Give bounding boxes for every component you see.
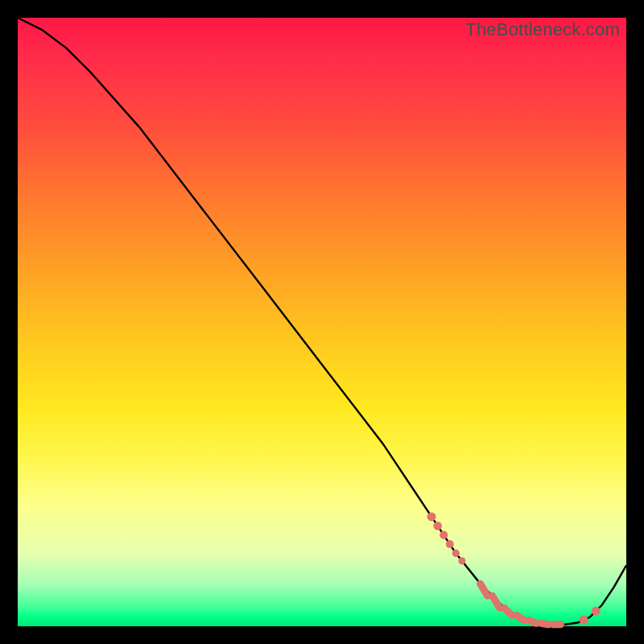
- marker-dash: [541, 623, 548, 625]
- curve-line: [18, 18, 626, 625]
- marker-dot: [458, 557, 465, 564]
- marker-dot: [440, 531, 448, 539]
- highlight-markers: [427, 512, 601, 624]
- chart-svg: [18, 18, 626, 626]
- marker-dot: [433, 522, 442, 530]
- marker-dash: [493, 596, 500, 608]
- marker-dot: [592, 607, 601, 616]
- marker-dot: [446, 540, 454, 548]
- chart-plot-area: TheBottleneck.com: [18, 18, 626, 626]
- marker-dot: [427, 512, 436, 521]
- marker-dash: [481, 584, 488, 596]
- marker-dash: [517, 615, 524, 620]
- marker-dash: [505, 608, 512, 615]
- chart-frame: TheBottleneck.com: [0, 0, 644, 644]
- marker-dot: [452, 550, 460, 557]
- marker-dash: [529, 620, 536, 623]
- marker-dot: [580, 616, 588, 625]
